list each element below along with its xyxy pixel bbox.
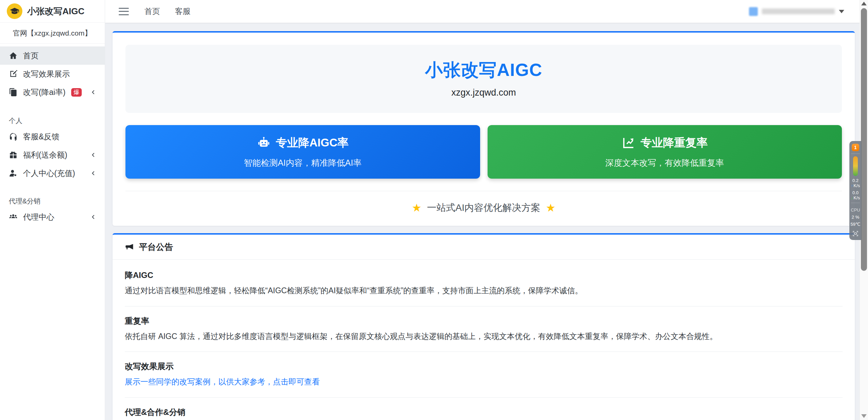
sidebar-item-label: 改写(降ai率) xyxy=(23,87,66,98)
topbar: 首页 客服 xyxy=(105,0,868,23)
sidebar-item-label: 首页 xyxy=(23,51,96,61)
hero-card: 小张改写AIGC xzgx.jzqwd.com 专业降AIGC率 智能检测AI内… xyxy=(113,31,855,226)
users-group-icon xyxy=(9,213,18,221)
sidebar-toggle-hamburger-icon[interactable] xyxy=(119,8,129,15)
net-up-unit: K/s xyxy=(853,183,860,188)
chart-line-icon xyxy=(622,136,635,150)
brand-title: 小张改写AIGC xyxy=(27,5,84,17)
announcement-card: 平台公告 降AIGC 通过对比语言模型和思维逻辑，轻松降低“AIGC检测系统”的… xyxy=(113,233,855,420)
feature-row: 专业降AIGC率 智能检测AI内容，精准降低AI率 专业降重复率 深度文本改写，… xyxy=(125,125,842,179)
feature-title: 专业降重复率 xyxy=(640,135,708,151)
username-redacted xyxy=(762,8,835,14)
topnav-support[interactable]: 客服 xyxy=(175,6,191,17)
section-title: 降AIGC xyxy=(125,270,843,281)
user-gear-icon xyxy=(9,169,18,178)
system-monitor-widget[interactable]: 1 0.2 ↑K/s 0.0 ↓K/s CPU 2 % 59℃ xyxy=(849,141,862,240)
divider xyxy=(125,397,843,398)
star-icon: ★ xyxy=(546,202,556,213)
sidebar-site-link[interactable]: 官网【xzgx.jzqwd.com】 xyxy=(0,23,105,44)
sidebar-item-label: 个人中心(充值) xyxy=(23,168,85,179)
copy-pages-icon xyxy=(9,88,18,97)
user-menu[interactable] xyxy=(749,7,844,16)
sidebar-item-rewrite-lower-ai[interactable]: 改写(降ai率) 爆 xyxy=(0,83,105,101)
divider xyxy=(125,306,843,306)
sidebar-item-rewrite-showcase[interactable]: 改写效果展示 xyxy=(0,65,105,83)
sidebar-item-user-center[interactable]: 个人中心(充值) xyxy=(0,164,105,182)
sidebar-item-label: 客服&反馈 xyxy=(23,132,96,142)
sidebar-section-agent: 代理&分销 xyxy=(9,197,105,206)
scroll-down-arrow-icon[interactable] xyxy=(861,414,867,418)
chevron-left-icon xyxy=(91,152,96,158)
scroll-up-arrow-icon[interactable] xyxy=(861,2,867,5)
download-arrow-icon: ↓ xyxy=(851,195,853,200)
tagline: ★ 一站式AI内容优化解决方案 ★ xyxy=(125,191,842,216)
headset-icon xyxy=(9,132,18,141)
section-title: 改写效果展示 xyxy=(125,361,843,372)
section-title: 代理&合作&分销 xyxy=(125,407,843,418)
avatar xyxy=(749,7,758,16)
caret-down-icon xyxy=(839,10,844,13)
showcase-link[interactable]: 展示一些同学的改写案例，以供大家参考，点击即可查看 xyxy=(125,377,320,386)
scrollbar-thumb[interactable] xyxy=(861,8,867,271)
top-nav: 首页 客服 xyxy=(144,6,191,17)
edit-icon xyxy=(9,69,18,78)
sidebar-item-label: 改写效果展示 xyxy=(23,69,96,79)
main-content: 小张改写AIGC xzgx.jzqwd.com 专业降AIGC率 智能检测AI内… xyxy=(105,23,868,420)
section-text: 依托自研 AIGC 算法，通过对比多维度语言模型与逻辑框架，在保留原文核心观点与… xyxy=(125,331,843,343)
brand: 小张改写AIGC xyxy=(0,0,105,23)
star-icon: ★ xyxy=(412,202,422,213)
gift-icon xyxy=(9,151,18,159)
chevron-left-icon xyxy=(91,171,96,176)
feature-subtitle: 智能检测AI内容，精准降低AI率 xyxy=(125,157,480,168)
sidebar: 小张改写AIGC 官网【xzgx.jzqwd.com】 首页 改写效果展示 改写… xyxy=(0,0,105,420)
hero-title: 小张改写AIGC xyxy=(125,58,842,82)
tagline-text: 一站式AI内容优化解决方案 xyxy=(427,201,540,214)
sidebar-section-personal: 个人 xyxy=(9,116,105,125)
announcement-section-showcase: 改写效果展示 展示一些同学的改写案例，以供大家参考，点击即可查看 xyxy=(125,361,843,388)
cpu-temp: 59℃ xyxy=(850,222,860,227)
hero-subtitle: xzgx.jzqwd.com xyxy=(125,87,842,98)
feature-lower-aigc-button[interactable]: 专业降AIGC率 智能检测AI内容，精准降低AI率 xyxy=(125,125,480,179)
section-text: 通过对比语言模型和思维逻辑，轻松降低“AIGC检测系统”的AI疑似率和“查重系统… xyxy=(125,285,843,297)
topnav-home[interactable]: 首页 xyxy=(144,6,160,17)
sidebar-item-agent-center[interactable]: 代理中心 xyxy=(0,208,105,226)
announcement-section-duplication: 重复率 依托自研 AIGC 算法，通过对比多维度语言模型与逻辑框架，在保留原文核… xyxy=(125,316,843,343)
announcement-section-lower-aigc: 降AIGC 通过对比语言模型和思维逻辑，轻松降低“AIGC检测系统”的AI疑似率… xyxy=(125,270,843,297)
hot-badge: 爆 xyxy=(71,88,82,97)
sidebar-item-label: 福利(送余额) xyxy=(23,150,85,160)
robot-icon xyxy=(257,136,271,150)
megaphone-icon xyxy=(125,242,134,252)
announcement-title: 平台公告 xyxy=(139,241,173,253)
announcement-header: 平台公告 xyxy=(113,235,855,260)
hero-banner: 小张改写AIGC xzgx.jzqwd.com xyxy=(125,45,842,113)
net-down-unit: K/s xyxy=(853,195,860,200)
feature-lower-duplication-button[interactable]: 专业降重复率 深度文本改写，有效降低重复率 xyxy=(488,125,842,179)
net-up-value: 0.2 xyxy=(852,178,859,183)
sidebar-item-label: 代理中心 xyxy=(23,212,85,222)
feature-subtitle: 深度文本改写，有效降低重复率 xyxy=(488,157,842,168)
sidebar-item-welfare[interactable]: 福利(送余额) xyxy=(0,146,105,164)
sidebar-item-support-feedback[interactable]: 客服&反馈 xyxy=(0,127,105,146)
cpu-usage: 2 % xyxy=(852,215,859,220)
feature-title: 专业降AIGC率 xyxy=(276,135,349,151)
screenshot-icon[interactable] xyxy=(852,230,859,237)
chevron-left-icon xyxy=(91,89,96,95)
temperature-gauge-icon xyxy=(853,156,858,176)
section-title: 重复率 xyxy=(125,316,843,326)
net-down-value: 0.0 xyxy=(852,190,859,195)
announcement-section-agency: 代理&合作&分销 零门槛+，3步上手，小白也能快速启动，低门槛高回报，轻松实现副… xyxy=(125,407,843,420)
announcement-body: 降AIGC 通过对比语言模型和思维逻辑，轻松降低“AIGC检测系统”的AI疑似率… xyxy=(113,260,855,420)
upload-arrow-icon: ↑ xyxy=(851,183,853,188)
chevron-left-icon xyxy=(91,214,96,220)
sidebar-item-home[interactable]: 首页 xyxy=(0,46,105,65)
cpu-label: CPU xyxy=(851,207,860,213)
home-icon xyxy=(9,51,18,60)
brand-logo-graduation-cap-icon xyxy=(7,3,22,19)
divider xyxy=(851,154,860,154)
divider xyxy=(851,203,860,203)
notification-badge[interactable]: 1 xyxy=(852,144,859,151)
divider xyxy=(125,352,843,352)
sidebar-menu: 首页 改写效果展示 改写(降ai率) 爆 个人 客服&反馈 福利(送余额) 个人… xyxy=(0,44,105,226)
